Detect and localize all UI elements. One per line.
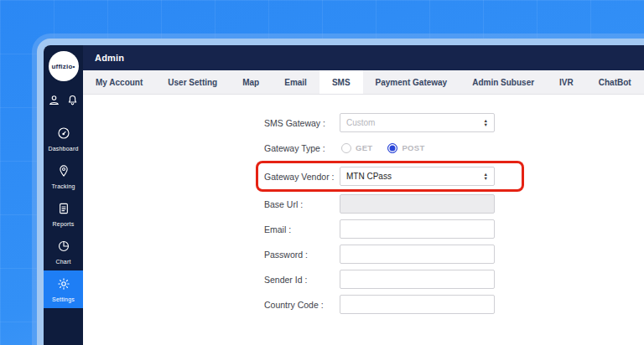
sidebar-item-settings[interactable]: Settings	[44, 270, 83, 308]
sms-gateway-select[interactable]: Custom ▲▼	[340, 113, 495, 132]
password-row: Password :	[264, 245, 516, 264]
bell-icon[interactable]	[66, 94, 79, 110]
radio-post-label: POST	[402, 143, 424, 152]
tab-bar: My Account User Setting Map Email SMS Pa…	[83, 70, 644, 95]
page-header: Admin	[83, 45, 644, 70]
base-url-input[interactable]	[340, 194, 495, 214]
gateway-vendor-row-highlighted: Gateway Vendor : MTN CPass ▲▼	[258, 163, 522, 189]
password-label: Password :	[264, 250, 340, 260]
sender-id-row: Sender Id :	[264, 270, 516, 289]
tab-admin-subuser[interactable]: Admin Subuser	[460, 70, 547, 94]
sms-gateway-value: Custom	[346, 118, 375, 127]
main-area: Admin My Account User Setting Map Email …	[83, 45, 644, 345]
tab-map[interactable]: Map	[230, 70, 272, 94]
pie-chart-icon	[57, 239, 70, 256]
location-pin-icon	[57, 164, 70, 181]
sidebar: uffizio• Dashboard	[44, 45, 83, 345]
radio-get-circle	[341, 143, 351, 153]
country-code-input[interactable]	[340, 295, 495, 314]
tab-payment-gateway[interactable]: Payment Gateway	[363, 70, 460, 94]
country-code-label: Country Code :	[264, 300, 340, 310]
sidebar-item-label: Tracking	[51, 183, 75, 189]
user-icon[interactable]	[48, 94, 60, 110]
uffizio-logo[interactable]: uffizio•	[49, 51, 79, 81]
sidebar-item-chart[interactable]: Chart	[44, 233, 83, 270]
gateway-vendor-label: Gateway Vendor :	[264, 172, 340, 182]
gateway-type-row: Gateway Type : GET POST	[264, 138, 516, 157]
email-row: Email :	[264, 219, 516, 239]
app-window: uffizio• Dashboard	[37, 39, 644, 345]
select-updown-icon: ▲▼	[484, 172, 488, 180]
sms-gateway-label: SMS Gateway :	[264, 118, 340, 128]
radio-post-circle	[387, 143, 397, 153]
gateway-vendor-value: MTN CPass	[346, 172, 392, 181]
tab-sms[interactable]: SMS	[319, 70, 363, 94]
country-code-row: Country Code :	[264, 295, 516, 314]
base-url-label: Base Url :	[264, 199, 340, 209]
radio-get-label: GET	[356, 143, 372, 152]
tab-user-setting[interactable]: User Setting	[155, 70, 230, 94]
sender-id-label: Sender Id :	[264, 275, 340, 285]
radio-post[interactable]: POST	[387, 143, 424, 153]
gear-icon	[57, 277, 70, 294]
gateway-type-radio-group: GET POST	[340, 143, 425, 153]
gateway-vendor-select[interactable]: MTN CPass ▲▼	[340, 167, 495, 186]
sms-gateway-row: SMS Gateway : Custom ▲▼	[264, 113, 516, 132]
base-url-row: Base Url :	[264, 194, 516, 214]
sidebar-item-label: Reports	[53, 221, 75, 227]
sidebar-item-reports[interactable]: Reports	[44, 195, 83, 233]
page-title: Admin	[95, 53, 124, 63]
tab-email[interactable]: Email	[272, 70, 319, 94]
sidebar-item-label: Dashboard	[48, 146, 78, 152]
content-panel: SMS Gateway : Custom ▲▼ Gateway Type : G…	[83, 95, 644, 345]
email-input[interactable]	[340, 219, 495, 239]
email-label: Email :	[264, 224, 340, 234]
tab-chatbot[interactable]: ChatBot	[586, 70, 644, 94]
tab-my-account[interactable]: My Account	[83, 70, 155, 94]
password-input[interactable]	[340, 245, 495, 264]
sms-settings-form: SMS Gateway : Custom ▲▼ Gateway Type : G…	[264, 113, 516, 320]
select-updown-icon: ▲▼	[484, 119, 488, 126]
tab-ivr[interactable]: IVR	[547, 70, 586, 94]
speedometer-icon	[57, 126, 70, 143]
report-document-icon	[57, 202, 70, 219]
sidebar-item-dashboard[interactable]: Dashboard	[44, 120, 83, 157]
gateway-type-label: Gateway Type :	[264, 143, 340, 153]
sidebar-item-label: Chart	[55, 259, 70, 265]
radio-get[interactable]: GET	[341, 143, 372, 153]
sender-id-input[interactable]	[340, 270, 495, 289]
sidebar-item-label: Settings	[52, 296, 75, 302]
sidebar-item-tracking[interactable]: Tracking	[44, 157, 83, 195]
